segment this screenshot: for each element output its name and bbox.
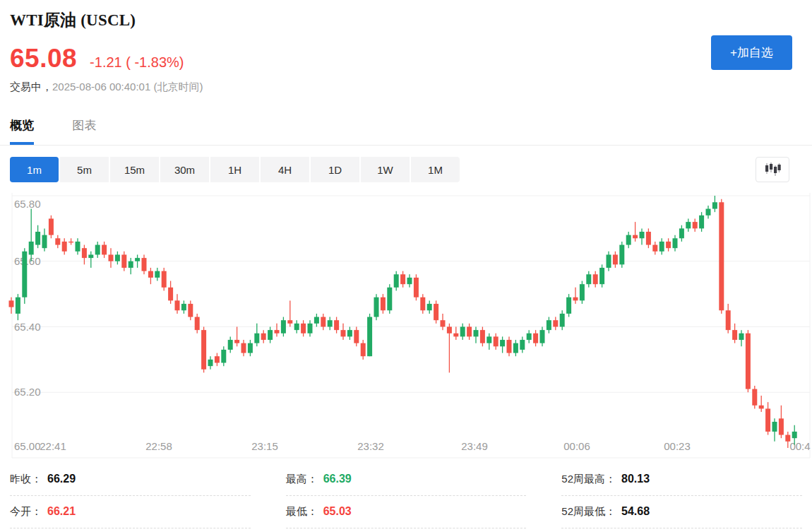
candle-body: [347, 330, 352, 336]
candle-body: [129, 261, 133, 268]
candle-body: [188, 304, 193, 317]
y-axis-tick: 65.20: [14, 386, 41, 398]
candle-body: [460, 327, 465, 337]
x-axis-tick: 22:58: [145, 440, 172, 452]
candle-body: [666, 242, 671, 248]
price-row: 65.08 -1.21 ( -1.83%): [10, 44, 184, 73]
candle-body: [241, 343, 246, 353]
stats-col-1: 昨收： 66.29 今开： 66.21: [10, 463, 251, 528]
candle-body: [607, 254, 611, 268]
candle-body: [387, 288, 392, 310]
candle-body: [162, 271, 167, 288]
x-axis-tick: 00:06: [563, 440, 590, 452]
candle-body: [599, 268, 604, 284]
candle-body: [500, 340, 505, 346]
candle-body: [95, 245, 100, 255]
candle-body: [673, 238, 678, 248]
quote-page: { "theme": { "red": "#f5433d", "green": …: [0, 0, 812, 532]
stat-label: 今开：: [10, 505, 42, 519]
candle-body: [215, 356, 220, 362]
candle-body: [115, 254, 120, 261]
candle-body: [765, 408, 770, 431]
stat-value: 66.39: [323, 473, 352, 485]
candle-body: [374, 297, 379, 317]
candle-body: [334, 320, 339, 330]
trading-status-row: 交易中，2025-08-06 00:40:01 (北京时间): [10, 81, 203, 94]
candle-body: [586, 274, 591, 284]
candle-body: [593, 274, 598, 284]
stat-52w-low: 52周最低： 54.68: [561, 496, 802, 528]
chart-canvas[interactable]: 65.8065.6065.4065.2065.0022:4122:5823:15…: [0, 179, 812, 461]
stat-open: 今开： 66.21: [10, 496, 251, 528]
candle-body: [474, 330, 479, 336]
candle-body: [434, 304, 438, 320]
stat-high: 最高： 66.39: [286, 463, 527, 496]
candle-body: [726, 310, 731, 330]
price-change: -1.21 ( -1.83%): [90, 54, 184, 71]
tab-bar: 概览 图表: [0, 117, 812, 146]
candle-body: [148, 271, 153, 278]
candle-body: [679, 228, 684, 238]
y-axis-tick: 65.80: [14, 198, 41, 210]
candle-body: [553, 320, 558, 326]
x-axis-tick: 22:41: [40, 440, 66, 452]
trading-status: 交易中，: [10, 81, 52, 93]
candle-body: [308, 324, 313, 333]
candle-body: [275, 330, 280, 333]
candle-body: [772, 422, 777, 432]
candle-body: [261, 333, 266, 340]
candle-body: [779, 418, 784, 435]
candle-body: [195, 317, 200, 331]
stat-value: 65.03: [323, 505, 352, 518]
candle-body: [287, 320, 292, 324]
candle-body: [659, 242, 664, 252]
candle-body: [686, 222, 691, 228]
y-axis-tick: 65.00: [14, 440, 41, 452]
candle-body: [55, 238, 60, 244]
candle-body: [739, 333, 744, 340]
tab-overview[interactable]: 概览: [10, 117, 34, 145]
y-axis-tick: 65.60: [14, 255, 41, 267]
candle-body: [394, 274, 399, 288]
stat-52w-high: 52周最高： 80.13: [561, 463, 802, 496]
candle-body: [527, 333, 532, 340]
candle-body: [221, 350, 226, 363]
candle-body: [453, 333, 458, 337]
candle-body: [785, 435, 790, 442]
candle-body: [414, 278, 419, 297]
candle-body: [254, 333, 259, 343]
candle-body: [367, 317, 372, 357]
candle-body: [76, 242, 80, 252]
candle-body: [407, 278, 412, 284]
candle-body: [314, 317, 319, 324]
add-watchlist-button[interactable]: +加自选: [711, 35, 792, 70]
candle-body: [706, 209, 711, 215]
candle-body: [35, 232, 40, 245]
y-axis-tick: 65.40: [14, 321, 41, 333]
candle-body: [142, 258, 147, 271]
candle-body: [494, 336, 498, 346]
candle-body: [792, 432, 797, 438]
candle-body: [533, 333, 538, 343]
candle-body: [68, 242, 73, 242]
candle-body: [62, 242, 67, 252]
candle-body: [486, 336, 491, 343]
candle-body: [507, 340, 512, 353]
candle-body: [640, 232, 645, 238]
candle-body: [328, 320, 333, 326]
candle-body: [88, 254, 93, 258]
candle-body: [619, 245, 624, 265]
candlestick-chart[interactable]: 65.8065.6065.4065.2065.0022:4122:5823:15…: [0, 179, 812, 461]
candle-body: [427, 304, 432, 310]
candle-body: [155, 271, 160, 278]
x-axis-tick: 00:23: [664, 440, 691, 452]
candle-body: [480, 330, 485, 343]
candle-body: [547, 320, 551, 330]
tab-chart[interactable]: 图表: [72, 117, 96, 145]
candle-body: [354, 330, 359, 343]
candle-body: [168, 288, 173, 301]
candle-body: [467, 327, 472, 337]
candle-body: [301, 324, 306, 333]
candle-body: [626, 235, 631, 245]
candle-body: [201, 330, 206, 370]
